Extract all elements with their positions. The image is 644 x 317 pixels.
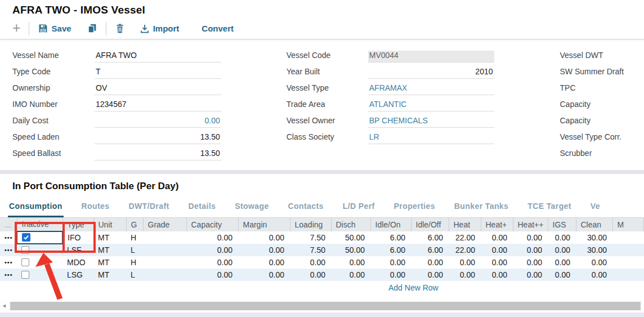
inactive-cell[interactable] (17, 231, 62, 244)
type-cell[interactable]: LSG (62, 269, 93, 281)
scrollbar-thumb[interactable] (10, 302, 641, 310)
add-button[interactable]: + (9, 20, 28, 38)
heat-plus-cell[interactable]: 0.00 (481, 256, 513, 269)
inactive-checkbox[interactable] (21, 258, 29, 266)
heat-plus-cell[interactable]: 0.00 (481, 231, 513, 244)
inactive-cell[interactable] (17, 269, 62, 281)
imo-number-field[interactable]: 1234567 (95, 100, 221, 111)
disch-cell[interactable]: 0.00 (331, 269, 370, 281)
row-menu-button[interactable]: ••• (0, 256, 17, 269)
tab-vessel-truncated[interactable]: Ve (589, 202, 601, 217)
vessel-name-field[interactable]: AFRA TWO (95, 51, 221, 62)
row-menu-button[interactable]: ••• (0, 231, 17, 244)
inactive-checkbox-checked[interactable] (22, 233, 30, 242)
heat-plus-plus-cell[interactable]: 0.00 (513, 244, 548, 256)
unit-cell[interactable]: MT (93, 269, 126, 281)
igs-cell[interactable]: 0.00 (548, 256, 576, 269)
type-cell[interactable]: MDO (62, 256, 93, 269)
igs-cell[interactable]: 0.00 (548, 231, 576, 244)
heat-cell[interactable]: 0.00 (449, 256, 481, 269)
tab-routes[interactable]: Routes (80, 202, 111, 217)
truncated-cell[interactable] (612, 256, 644, 269)
import-button[interactable]: Import (132, 24, 187, 33)
tab-ld-perf[interactable]: L/D Perf (342, 202, 376, 217)
copy-button[interactable] (79, 24, 105, 33)
inactive-cell[interactable] (17, 256, 62, 269)
g-cell[interactable]: L (126, 244, 143, 256)
vessel-type-field[interactable]: AFRAMAX (368, 83, 494, 95)
scroll-left-arrow-icon[interactable]: ◄ (2, 303, 7, 309)
idle-off-cell[interactable]: 6.00 (411, 244, 449, 256)
tab-details[interactable]: Details (187, 202, 217, 217)
truncated-cell[interactable] (612, 231, 644, 244)
ownership-field[interactable]: OV (95, 83, 221, 95)
year-built-field[interactable]: 2010 (368, 67, 494, 79)
tab-properties[interactable]: Properties (393, 202, 436, 217)
heat-plus-cell[interactable]: 0.00 (481, 244, 513, 256)
igs-cell[interactable]: 0.00 (548, 244, 576, 256)
vessel-owner-field[interactable]: BP CHEMICALS (368, 116, 494, 128)
capacity-cell[interactable]: 0.00 (186, 231, 238, 244)
inactive-cell[interactable] (17, 244, 62, 256)
idle-off-cell[interactable]: 6.00 (411, 231, 449, 244)
heat-plus-cell[interactable]: 0.00 (481, 269, 513, 281)
trade-area-field[interactable]: ATLANTIC (368, 100, 494, 111)
g-cell[interactable]: L (126, 269, 143, 281)
type-cell[interactable]: IFO (62, 231, 93, 244)
disch-cell[interactable]: 0.00 (331, 256, 370, 269)
clean-cell[interactable]: 30.00 (576, 231, 612, 244)
grade-cell[interactable] (143, 231, 186, 244)
loading-cell[interactable]: 0.00 (290, 256, 331, 269)
capacity-cell[interactable]: 0.00 (186, 256, 238, 269)
idle-on-cell[interactable]: 6.00 (370, 244, 411, 256)
heat-plus-plus-cell[interactable]: 0.00 (513, 256, 548, 269)
clean-cell[interactable]: 0.00 (576, 256, 612, 269)
grade-cell[interactable] (143, 244, 186, 256)
heat-cell[interactable]: 22.00 (449, 231, 481, 244)
tab-bunker-tanks[interactable]: Bunker Tanks (453, 202, 509, 217)
disch-cell[interactable]: 50.00 (331, 231, 370, 244)
grade-cell[interactable] (143, 269, 186, 281)
truncated-cell[interactable] (612, 244, 644, 256)
heat-plus-plus-cell[interactable]: 0.00 (513, 269, 548, 281)
loading-cell[interactable]: 7.50 (290, 231, 331, 244)
g-cell[interactable]: H (126, 231, 143, 244)
add-new-row-link[interactable]: Add New Row (388, 283, 439, 292)
convert-button[interactable]: Convert (187, 24, 242, 33)
save-button[interactable]: Save (30, 24, 79, 33)
margin-cell[interactable]: 0.00 (238, 269, 290, 281)
tab-contacts[interactable]: Contacts (287, 202, 325, 217)
clean-cell[interactable]: 30.00 (576, 244, 612, 256)
class-society-field[interactable]: LR (368, 132, 494, 144)
row-menu-button[interactable]: ••• (0, 244, 17, 256)
tab-stowage[interactable]: Stowage (234, 202, 270, 217)
heat-cell[interactable]: 22.00 (449, 244, 481, 256)
tab-consumption[interactable]: Consumption (8, 202, 64, 217)
truncated-cell[interactable] (612, 269, 644, 281)
disch-cell[interactable]: 50.00 (331, 244, 370, 256)
margin-cell[interactable]: 0.00 (238, 244, 290, 256)
idle-on-cell[interactable]: 0.00 (370, 256, 411, 269)
loading-cell[interactable]: 7.50 (290, 244, 331, 256)
idle-off-cell[interactable]: 0.00 (411, 256, 449, 269)
delete-button[interactable] (108, 24, 132, 33)
inactive-checkbox[interactable] (21, 246, 29, 254)
capacity-cell[interactable]: 0.00 (186, 269, 238, 281)
margin-cell[interactable]: 0.00 (238, 256, 290, 269)
clean-cell[interactable]: 0.00 (576, 269, 612, 281)
heat-cell[interactable]: 0.00 (449, 269, 481, 281)
capacity-cell[interactable]: 0.00 (186, 244, 238, 256)
idle-off-cell[interactable]: 0.00 (411, 269, 449, 281)
g-cell[interactable]: H (126, 256, 143, 269)
tab-dwt-draft[interactable]: DWT/Draft (127, 202, 170, 217)
unit-cell[interactable]: MT (93, 231, 126, 244)
speed-laden-field[interactable]: 13.50 (95, 132, 221, 144)
daily-cost-field[interactable]: 0.00 (95, 116, 221, 128)
grade-cell[interactable] (143, 256, 186, 269)
horizontal-scrollbar[interactable]: ◄ (0, 301, 644, 311)
type-code-field[interactable]: T (95, 67, 221, 79)
idle-on-cell[interactable]: 0.00 (370, 269, 411, 281)
loading-cell[interactable]: 0.00 (290, 269, 331, 281)
inactive-checkbox[interactable] (21, 271, 29, 279)
unit-cell[interactable]: MT (93, 256, 126, 269)
